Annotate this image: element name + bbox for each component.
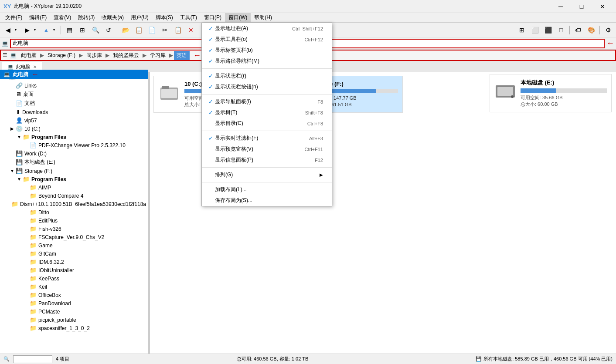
tree-item-docs[interactable]: 📄 文档 [0,99,148,108]
menu-show-path[interactable]: ✓ 显示路径导航栏(M) [202,56,332,67]
menu-show-tabs[interactable]: ✓ 显示标签页栏(b) [202,45,332,56]
menu-user[interactable]: 用户(U) [127,13,152,22]
tree-item-dism[interactable]: 📁 Dism++10.1.1000.51B_6feef5fa1ea53930ec… [0,200,148,208]
tree-item-officebox[interactable]: 📁 OfficeBox [0,291,148,299]
tree-item-work[interactable]: 💾 Work (D:) [0,149,148,158]
tree-item-aimp[interactable]: 📁 AIMP [0,183,148,192]
maximize-button[interactable]: □ [572,0,592,13]
tree-item-desktop[interactable]: 🖥 桌面 [0,90,148,99]
tree-label-work: Work (D:) [24,151,47,157]
menu-jump[interactable]: 跳转(J) [75,13,98,22]
tree-item-picpick[interactable]: 📁 picpick_portable [0,316,148,324]
expand-icon-f[interactable]: ▼ [9,169,16,173]
settings-button[interactable]: ⚙ [602,24,614,36]
menu-show-preview[interactable]: ✓ 显示预览窗格(V) Ctrl+F11 [202,144,332,155]
tree-item-game[interactable]: 📁 Game [0,241,148,249]
menu-edit[interactable]: 编辑(E) [26,13,50,22]
menu-script[interactable]: 脚本(S) [152,13,177,22]
tree-item-pdfxchange[interactable]: 📄 PDF-XChange Viewer Pro 2.5.322.10 [0,141,148,149]
tree-item-programfiles-c[interactable]: ▼ 📁 Program Files [0,133,148,141]
menu-file[interactable]: 文件(F) [2,13,26,22]
tree-item-gitcam[interactable]: 📁 GitCam [0,249,148,258]
browse-button[interactable]: 📂 [119,24,132,36]
copy-button[interactable]: 📋 [133,24,145,36]
menu-arrange[interactable]: 排列(G) ▶ [202,169,332,180]
tree-item-links[interactable]: 🔗 Links [0,81,148,90]
search-button[interactable]: 🔍 [89,24,102,36]
menu-show-filter[interactable]: ✓ 显示实时过滤框(F) Alt+F3 [202,133,332,144]
menu-view[interactable]: 查看(V) [50,13,75,22]
tree-item-bc4[interactable]: 📁 Beyond Compare 4 [0,192,148,200]
tree-item-f[interactable]: ▼ 💾 Storage (F:) [0,167,148,175]
menu-show-nav[interactable]: ✓ 显示导航面板(i) F8 [202,96,332,107]
tree-label-pandownload: PanDownload [38,300,71,307]
menu-show-catalog[interactable]: ✓ 显示目录(C) Ctrl+F8 [202,118,332,129]
tree-item-pandownload[interactable]: 📁 PanDownload [0,299,148,307]
menu-save-layout[interactable]: 保存布局为(S)... [202,195,332,206]
split-h-button[interactable]: ⬜ [529,24,541,36]
tree-item-downloads[interactable]: ⬇ Downloads [0,108,148,116]
tree-item-pcmaste[interactable]: 📁 PCMaste [0,307,148,316]
tree-item-fish[interactable]: 📁 Fish-v326 [0,225,148,233]
expand-icon-pf-c[interactable]: ▼ [16,135,23,139]
paste-button[interactable]: 📄 [146,24,158,36]
grid-view-button[interactable]: ⊞ [516,24,528,36]
close-button[interactable]: ✕ [592,0,613,13]
tab-close-button[interactable]: ✕ [33,64,37,69]
tree-item-keil[interactable]: 📁 Keil [0,283,148,291]
list-view-button[interactable]: ▤ [63,24,75,36]
split-v-button[interactable]: ⬛ [542,24,554,36]
path-computer[interactable]: 此电脑 [18,51,39,60]
expand-icon-pf-f[interactable]: ▼ [16,177,23,182]
menu-help[interactable]: 帮助(H) [251,13,276,22]
tree-item-spacesniffer[interactable]: 📁 spacesniffer_1_3_0_2 [0,324,148,332]
sync-button[interactable]: ↺ [102,24,115,36]
color-button[interactable]: 🎨 [585,24,597,36]
menu-load-layout[interactable]: 加载布局(L)... [202,184,332,195]
menu-show-toolbar[interactable]: ✓ 显示工具栏(o) Ctrl+F12 [202,34,332,45]
tree-item-keepass[interactable]: 📁 KeePass [0,274,148,283]
tree-item-ditto[interactable]: 📁 Ditto [0,208,148,216]
panel-button[interactable]: □ [555,24,567,36]
forward-arrow[interactable]: ▾ [34,24,39,36]
menu-show-tree[interactable]: ✓ 显示树(T) Shift+F8 [202,107,332,118]
tree-label-idm: IDM.6.32.2 [38,259,64,265]
up-button[interactable]: ▲ [40,24,52,36]
tag-button[interactable]: 🏷 [572,24,584,36]
minimize-button[interactable]: ─ [551,0,571,13]
delete-button[interactable]: ✕ [185,24,197,36]
path-sync[interactable]: 同步库 [84,51,105,60]
thumbnails-button[interactable]: ⊞ [76,24,88,36]
tree-item-programfiles-f[interactable]: ▼ 📁 Program Files [0,175,148,183]
tree-item-c[interactable]: ▶ 💿 10 (C:) [0,125,148,133]
menu-window-p[interactable]: 窗口(P) [201,13,225,22]
menu-favorites[interactable]: 收藏夹(a) [98,13,127,22]
menu-show-info[interactable]: ✓ 显示信息面板(P) F12 [202,155,332,165]
back-arrow[interactable]: ▾ [15,24,20,36]
cut-button[interactable]: ✂ [159,24,171,36]
path-study[interactable]: 学习库 [147,51,168,60]
path-storage[interactable]: Storage (F:) [45,51,78,59]
path-jianguoyun[interactable]: 我的坚果云 [110,51,142,60]
tree-item-fscapture[interactable]: 📁 FSCapture_Ver.9.0_Chs_V2 [0,233,148,241]
tree-item-e[interactable]: 💾 本地磁盘 (E:) [0,158,148,167]
tree-label-pdf: PDF-XChange Viewer Pro 2.5.322.10 [38,142,126,148]
up-arrow[interactable]: ▾ [53,24,58,36]
path-english[interactable]: 英语 [174,51,190,60]
paste2-button[interactable]: 📋 [172,24,184,36]
back-button[interactable]: ◀ [2,24,14,36]
expand-icon-c[interactable]: ▶ [9,126,16,131]
menu-show-status-btn[interactable]: ✓ 显示状态栏按钮(n) [202,81,332,92]
drive-tile-e[interactable]: 本地磁盘 (E:) 可用空间: 35.66 GB 总大小: 60.00 GB [490,74,612,112]
menu-window-w[interactable]: 窗口(W) [225,13,251,22]
tree-item-iobit[interactable]: 📁 IObitUninstaller [0,266,148,274]
status-search-input[interactable] [13,355,52,363]
menu-show-status[interactable]: ✓ 显示状态栏(r) [202,71,332,81]
tree-item-idm[interactable]: 📁 IDM.6.32.2 [0,258,148,266]
menu-tools[interactable]: 工具(T) [177,13,201,22]
menu-divider-2 [202,94,332,94]
tree-item-vip57[interactable]: 👤 vip57 [0,116,148,125]
menu-show-addr[interactable]: ✓ 显示地址栏(A) Ctrl+Shift+F12 [202,23,332,34]
forward-button[interactable]: ▶ [21,24,33,36]
tree-item-editplus[interactable]: 📁 EditPlus [0,216,148,225]
